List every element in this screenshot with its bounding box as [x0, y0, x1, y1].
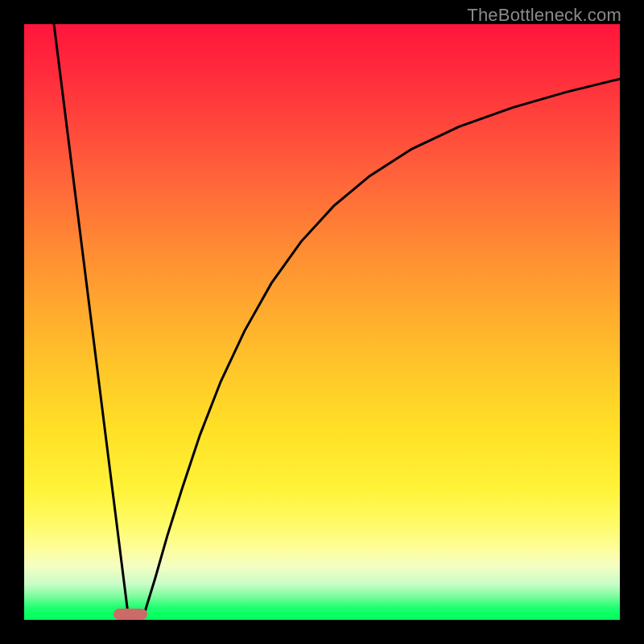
watermark-text: TheBottleneck.com	[467, 5, 621, 26]
gradient-background	[24, 24, 620, 620]
plot-area	[24, 24, 620, 620]
chart-stage: TheBottleneck.com	[0, 0, 644, 644]
